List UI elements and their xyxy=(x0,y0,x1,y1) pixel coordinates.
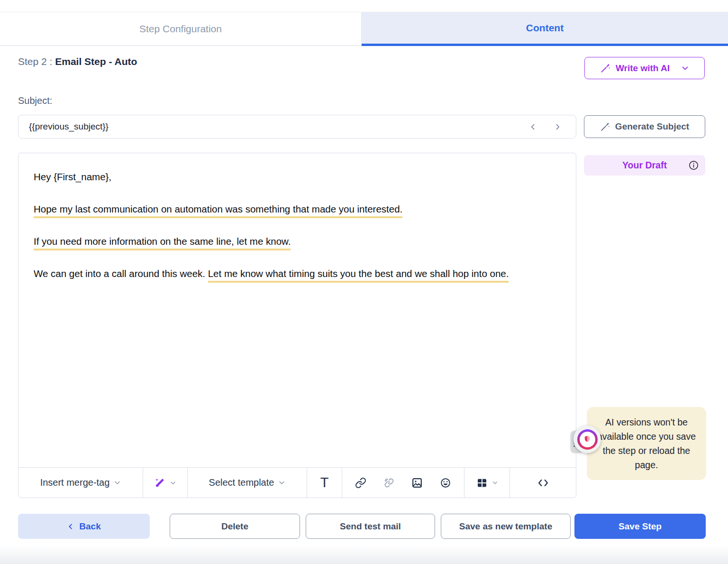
chevron-down-icon xyxy=(278,479,285,486)
tab-bar: Step Configuration Content xyxy=(0,12,728,46)
link-icon[interactable] xyxy=(355,477,366,489)
emoji-icon[interactable] xyxy=(440,477,451,489)
generate-subject-label: Generate Subject xyxy=(615,121,689,132)
email-greeting: Hey {First_name}, xyxy=(34,169,561,185)
back-label: Back xyxy=(79,521,100,532)
subject-label: Subject: xyxy=(18,95,52,106)
tab-content-label: Content xyxy=(526,22,564,34)
select-template-dropdown[interactable]: Select template xyxy=(188,468,307,498)
email-paragraph: Hope my last communication on automation… xyxy=(34,201,561,217)
info-icon[interactable] xyxy=(688,160,699,171)
gradient-ring xyxy=(577,429,598,450)
insert-merge-tag-dropdown[interactable]: Insert merge-tag xyxy=(18,468,143,498)
chevron-right-icon xyxy=(554,123,562,131)
insert-merge-tag-label: Insert merge-tag xyxy=(40,477,110,488)
text-format-label: T xyxy=(320,475,329,490)
chevron-down-icon xyxy=(492,480,498,486)
tab-step-configuration-label: Step Configuration xyxy=(139,23,222,35)
subject-value: {{previous_subject}} xyxy=(29,121,525,132)
chevron-down-icon xyxy=(170,480,176,486)
delete-label: Delete xyxy=(221,521,248,532)
unlink-icon[interactable] xyxy=(383,477,395,489)
your-draft-label: Your Draft xyxy=(622,160,667,171)
highlighted-sentence: Hope my last communication on automation… xyxy=(34,203,402,218)
select-template-label: Select template xyxy=(209,477,274,488)
email-paragraph: We can get into a call around this week.… xyxy=(34,266,561,282)
ai-rewrite-dropdown[interactable] xyxy=(143,468,188,498)
editor-toolbar: Insert merge-tag Select template xyxy=(18,467,576,498)
save-step-button[interactable]: Save Step xyxy=(574,514,706,539)
save-as-new-template-label: Save as new template xyxy=(459,521,552,532)
magic-wand-icon xyxy=(154,477,165,489)
plain-sentence: We can get into a call around this week. xyxy=(34,268,208,279)
table-icon xyxy=(476,477,488,489)
email-editor: Hey {First_name}, Hope my last communica… xyxy=(18,153,576,498)
insert-tools-group xyxy=(342,468,464,498)
delete-button[interactable]: Delete xyxy=(170,514,300,539)
your-draft-badge: Your Draft xyxy=(584,155,705,176)
text-format-button[interactable]: T xyxy=(307,468,342,498)
back-button[interactable]: Back xyxy=(18,514,150,539)
next-subject-button[interactable] xyxy=(549,119,565,135)
footer-strip xyxy=(0,546,728,564)
chevron-down-icon xyxy=(114,479,121,486)
tab-content[interactable]: Content xyxy=(362,12,728,46)
previous-subject-button[interactable] xyxy=(525,119,541,135)
send-test-mail-label: Send test mail xyxy=(340,521,401,532)
chevron-left-icon xyxy=(67,523,74,530)
extension-badge-button[interactable] xyxy=(573,425,601,453)
subject-input[interactable]: {{previous_subject}} xyxy=(18,115,576,139)
image-icon[interactable] xyxy=(411,477,423,489)
insert-table-dropdown[interactable] xyxy=(464,468,510,498)
page-title: Step 2 : Email Step - Auto xyxy=(18,56,137,67)
write-with-ai-label: Write with AI xyxy=(616,63,670,74)
magic-wand-icon xyxy=(600,63,611,74)
chevron-left-icon xyxy=(529,123,537,131)
step-name: Email Step - Auto xyxy=(55,56,137,67)
tab-step-configuration[interactable]: Step Configuration xyxy=(0,12,362,46)
highlighted-sentence: Let me know what timing suits you the be… xyxy=(208,268,509,283)
code-view-button[interactable] xyxy=(510,468,576,498)
email-body-textarea[interactable]: Hey {First_name}, Hope my last communica… xyxy=(18,153,576,467)
email-paragraph: If you need more information on the same… xyxy=(34,233,561,250)
magic-wand-icon xyxy=(600,121,610,132)
highlighted-sentence: If you need more information on the same… xyxy=(34,236,291,250)
code-icon xyxy=(537,477,549,489)
send-test-mail-button[interactable]: Send test mail xyxy=(306,514,435,539)
shield-icon xyxy=(582,435,592,444)
save-as-new-template-button[interactable]: Save as new template xyxy=(441,514,571,539)
chevron-down-icon xyxy=(681,64,689,72)
ai-versions-tooltip: AI versions won't be available once you … xyxy=(587,407,706,480)
step-number: Step 2 : xyxy=(18,56,55,67)
generate-subject-button[interactable]: Generate Subject xyxy=(584,115,705,138)
save-step-label: Save Step xyxy=(619,521,662,532)
write-with-ai-button[interactable]: Write with AI xyxy=(584,57,705,79)
